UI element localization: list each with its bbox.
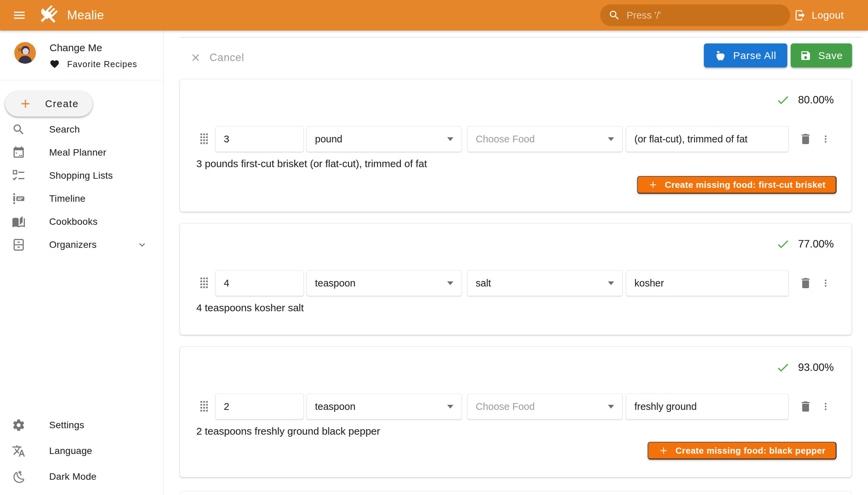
create-button[interactable]: Create bbox=[5, 91, 92, 117]
dots-vertical-icon[interactable] bbox=[821, 399, 830, 414]
note-input[interactable] bbox=[634, 401, 780, 412]
open-book-icon bbox=[12, 215, 25, 228]
sidebar: Change Me Favorite Recipes Create S bbox=[0, 31, 164, 495]
confidence-indicator: 93.00% bbox=[776, 360, 834, 375]
food-select[interactable]: salt bbox=[467, 270, 623, 296]
sidebar-item-language[interactable]: Language bbox=[0, 438, 163, 464]
sidebar-item-label: Cookbooks bbox=[49, 216, 98, 227]
calendar-icon bbox=[12, 146, 25, 159]
food-placeholder: Choose Food bbox=[476, 134, 535, 145]
sidebar-item-label: Organizers bbox=[49, 239, 97, 250]
quantity-input[interactable] bbox=[224, 278, 295, 289]
sidebar-item-timeline[interactable]: Timeline bbox=[0, 187, 163, 210]
checkmark-icon bbox=[776, 237, 790, 251]
unit-select[interactable]: teaspoon bbox=[307, 270, 462, 296]
note-input[interactable] bbox=[634, 278, 780, 289]
note-field[interactable] bbox=[626, 126, 789, 152]
checkmark-icon bbox=[776, 360, 790, 375]
dots-vertical-icon[interactable] bbox=[821, 132, 830, 147]
sidebar-item-label: Search bbox=[49, 124, 80, 135]
search-bar[interactable] bbox=[600, 4, 790, 26]
create-label: Create bbox=[45, 98, 79, 109]
trash-icon[interactable] bbox=[799, 132, 812, 147]
food-placeholder: Choose Food bbox=[476, 401, 535, 412]
sidebar-item-label: Language bbox=[49, 445, 92, 456]
sidebar-item-label: Dark Mode bbox=[49, 471, 97, 482]
sidebar-item-cookbooks[interactable]: Cookbooks bbox=[0, 210, 163, 233]
search-icon bbox=[608, 9, 620, 21]
cancel-button[interactable]: Cancel bbox=[190, 50, 244, 65]
file-cabinet-icon bbox=[12, 238, 25, 252]
note-field[interactable] bbox=[626, 394, 789, 420]
unit-value: pound bbox=[315, 134, 342, 145]
apple-icon bbox=[715, 50, 726, 62]
chevron-down-icon[interactable] bbox=[136, 239, 148, 251]
mealie-logo-icon bbox=[37, 3, 61, 27]
food-select[interactable]: Choose Food bbox=[467, 126, 623, 152]
sidebar-item-meal-planner[interactable]: Meal Planner bbox=[0, 141, 163, 164]
confidence-indicator: 77.00% bbox=[776, 237, 834, 251]
drag-handle-icon[interactable] bbox=[200, 133, 208, 145]
ingredient-row: pound Choose Food bbox=[200, 126, 838, 152]
translate-icon bbox=[12, 444, 25, 458]
unit-value: teaspoon bbox=[315, 278, 355, 289]
original-ingredient-text: 4 teaspoons kosher salt bbox=[196, 302, 304, 313]
avatar[interactable] bbox=[14, 42, 36, 64]
quantity-field[interactable] bbox=[215, 270, 304, 296]
profile-section: Change Me Favorite Recipes bbox=[0, 31, 163, 80]
unit-select[interactable]: teaspoon bbox=[307, 394, 462, 420]
dots-vertical-icon[interactable] bbox=[821, 276, 830, 291]
create-missing-food-label: Create missing food: black pepper bbox=[676, 445, 826, 456]
checkmark-icon bbox=[776, 93, 790, 107]
sidebar-item-search[interactable]: Search bbox=[0, 118, 163, 141]
sidebar-item-shopping-lists[interactable]: Shopping Lists bbox=[0, 164, 163, 187]
create-missing-food-button[interactable]: Create missing food: black pepper bbox=[648, 442, 836, 459]
trash-icon[interactable] bbox=[799, 276, 812, 291]
sidebar-nav: Search Meal Planner Shopping Lists bbox=[0, 118, 163, 256]
original-ingredient-text: 3 pounds first-cut brisket (or flat-cut)… bbox=[196, 158, 427, 170]
mealie-app: Mealie Logout bbox=[0, 0, 868, 495]
confidence-value: 80.00% bbox=[798, 94, 834, 106]
close-icon bbox=[190, 52, 201, 63]
app-header: Mealie Logout bbox=[0, 0, 868, 31]
menu-icon[interactable] bbox=[12, 8, 27, 22]
original-ingredient-text: 2 teaspoons freshly ground black pepper bbox=[196, 426, 380, 437]
ingredient-row: teaspoon salt bbox=[200, 270, 838, 296]
quantity-field[interactable] bbox=[215, 394, 304, 420]
unit-select[interactable]: pound bbox=[307, 126, 462, 152]
logout-button[interactable]: Logout bbox=[794, 0, 844, 31]
heart-icon bbox=[50, 59, 60, 69]
confidence-indicator: 80.00% bbox=[776, 93, 834, 107]
checklist-icon bbox=[12, 169, 25, 183]
food-select[interactable]: Choose Food bbox=[467, 394, 623, 420]
save-button[interactable]: Save bbox=[791, 44, 852, 67]
search-input[interactable] bbox=[627, 10, 782, 21]
profile-info: Change Me Favorite Recipes bbox=[50, 42, 137, 80]
caret-down-icon bbox=[608, 405, 614, 409]
profile-name: Change Me bbox=[50, 42, 137, 54]
gear-icon bbox=[12, 419, 25, 432]
quantity-input[interactable] bbox=[224, 134, 295, 145]
logout-label: Logout bbox=[812, 10, 844, 21]
note-field[interactable] bbox=[626, 270, 789, 296]
drag-handle-icon[interactable] bbox=[200, 400, 208, 413]
sidebar-item-label: Timeline bbox=[49, 193, 85, 204]
plus-icon bbox=[19, 97, 32, 110]
note-input[interactable] bbox=[634, 134, 780, 145]
quantity-input[interactable] bbox=[224, 401, 295, 412]
sidebar-item-label: Settings bbox=[49, 420, 84, 431]
sidebar-item-dark-mode[interactable]: Dark Mode bbox=[0, 464, 163, 490]
app-title: Mealie bbox=[67, 8, 104, 22]
cancel-label: Cancel bbox=[209, 52, 244, 64]
drag-handle-icon[interactable] bbox=[200, 277, 208, 289]
create-missing-food-button[interactable]: Create missing food: first-cut brisket bbox=[637, 176, 836, 193]
favorite-recipes-link[interactable]: Favorite Recipes bbox=[50, 59, 137, 69]
quantity-field[interactable] bbox=[215, 126, 304, 152]
sidebar-item-settings[interactable]: Settings bbox=[0, 412, 163, 438]
sidebar-item-organizers[interactable]: Organizers bbox=[0, 233, 163, 256]
sidebar-item-label: Meal Planner bbox=[49, 147, 106, 158]
trash-icon[interactable] bbox=[799, 399, 812, 414]
parse-all-button[interactable]: Parse All bbox=[704, 44, 787, 67]
logout-icon bbox=[794, 9, 806, 21]
favorites-label: Favorite Recipes bbox=[67, 59, 137, 69]
